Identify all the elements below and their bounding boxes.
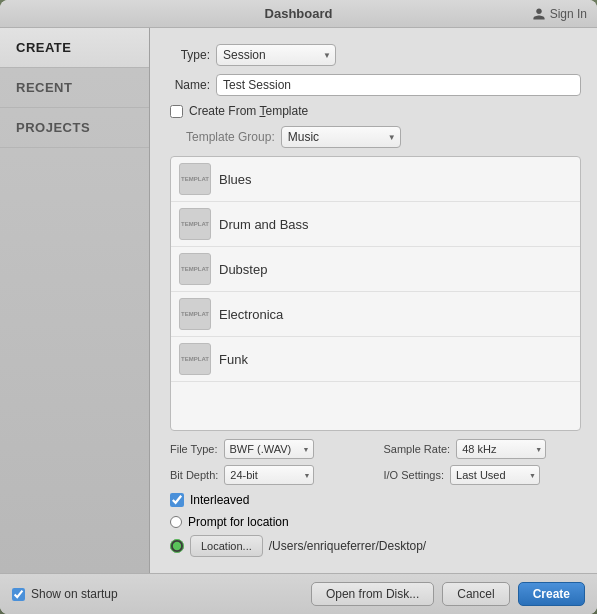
type-select-wrapper: Session Track Project: [216, 44, 336, 66]
file-type-select-wrapper: BWF (.WAV) AIFF WAV: [224, 439, 314, 459]
settings-grid: File Type: BWF (.WAV) AIFF WAV Sample Ra…: [166, 439, 581, 485]
bit-depth-select-wrapper: 16-bit 24-bit 32-bit: [224, 465, 314, 485]
file-type-label: File Type:: [170, 443, 218, 455]
sample-rate-label: Sample Rate:: [384, 443, 451, 455]
name-label: Name:: [166, 78, 210, 92]
window-title: Dashboard: [265, 6, 333, 21]
type-select[interactable]: Session Track Project: [216, 44, 336, 66]
interleaved-row: Interleaved: [166, 493, 581, 507]
name-input[interactable]: [216, 74, 581, 96]
list-item[interactable]: TEMPLAT Electronica: [171, 292, 580, 337]
file-type-row: File Type: BWF (.WAV) AIFF WAV: [170, 439, 368, 459]
prompt-location-row: Prompt for location: [170, 515, 581, 529]
template-icon-blues: TEMPLAT: [179, 163, 211, 195]
location-section: Prompt for location Location... /Users/e…: [166, 515, 581, 557]
interleaved-label: Interleaved: [190, 493, 249, 507]
create-from-template-checkbox[interactable]: [170, 105, 183, 118]
create-from-template-label: Create From Template: [189, 104, 308, 118]
bit-depth-row: Bit Depth: 16-bit 24-bit 32-bit: [170, 465, 368, 485]
prompt-location-label: Prompt for location: [188, 515, 289, 529]
location-radio[interactable]: [170, 539, 184, 553]
signin-button[interactable]: Sign In: [532, 7, 587, 21]
file-type-select[interactable]: BWF (.WAV) AIFF WAV: [224, 439, 314, 459]
type-row: Type: Session Track Project: [166, 44, 581, 66]
type-label: Type:: [166, 48, 210, 62]
template-group-row: Template Group: Music Film Post Producti…: [166, 126, 581, 148]
sidebar-item-projects[interactable]: PROJECTS: [0, 108, 149, 148]
location-button[interactable]: Location...: [190, 535, 263, 557]
io-settings-select[interactable]: Last Used Default: [450, 465, 540, 485]
io-settings-row: I/O Settings: Last Used Default: [384, 465, 582, 485]
main-window: Dashboard Sign In CREATE RECENT PROJECTS: [0, 0, 597, 614]
sidebar-item-recent[interactable]: RECENT: [0, 68, 149, 108]
template-name-dubstep: Dubstep: [219, 262, 267, 277]
bit-depth-label: Bit Depth:: [170, 469, 218, 481]
cancel-button[interactable]: Cancel: [442, 582, 509, 606]
prompt-location-radio[interactable]: [170, 516, 182, 528]
titlebar: Dashboard Sign In: [0, 0, 597, 28]
template-name-blues: Blues: [219, 172, 252, 187]
create-from-template-row: Create From Template: [166, 104, 581, 118]
footer-right: Open from Disk... Cancel Create: [311, 582, 585, 606]
template-group-label: Template Group:: [186, 130, 275, 144]
template-list: TEMPLAT Blues TEMPLAT Drum and Bass TEMP…: [170, 156, 581, 431]
list-item[interactable]: TEMPLAT Funk: [171, 337, 580, 382]
template-icon-funk: TEMPLAT: [179, 343, 211, 375]
sample-rate-select-wrapper: 44.1 kHz 48 kHz 88.2 kHz 96 kHz: [456, 439, 546, 459]
open-from-disk-button[interactable]: Open from Disk...: [311, 582, 434, 606]
user-icon: [532, 7, 546, 21]
sample-rate-select[interactable]: 44.1 kHz 48 kHz 88.2 kHz 96 kHz: [456, 439, 546, 459]
sample-rate-row: Sample Rate: 44.1 kHz 48 kHz 88.2 kHz 96…: [384, 439, 582, 459]
list-item[interactable]: TEMPLAT Drum and Bass: [171, 202, 580, 247]
sidebar-item-create[interactable]: CREATE: [0, 28, 149, 68]
template-group-select-wrapper: Music Film Post Production: [281, 126, 401, 148]
io-settings-select-wrapper: Last Used Default: [450, 465, 540, 485]
footer-left: Show on startup: [12, 587, 118, 601]
signin-label: Sign In: [550, 7, 587, 21]
create-button[interactable]: Create: [518, 582, 585, 606]
template-name-drumandbass: Drum and Bass: [219, 217, 309, 232]
template-group-select[interactable]: Music Film Post Production: [281, 126, 401, 148]
template-icon-electronica: TEMPLAT: [179, 298, 211, 330]
show-on-startup-label: Show on startup: [31, 587, 118, 601]
main-content: CREATE RECENT PROJECTS Type: Session Tra…: [0, 28, 597, 573]
list-item[interactable]: TEMPLAT Blues: [171, 157, 580, 202]
interleaved-checkbox[interactable]: [170, 493, 184, 507]
footer: Show on startup Open from Disk... Cancel…: [0, 573, 597, 614]
list-item[interactable]: TEMPLAT Dubstep: [171, 247, 580, 292]
template-name-electronica: Electronica: [219, 307, 283, 322]
location-row: Location... /Users/enriqueferrer/Desktop…: [170, 535, 581, 557]
show-on-startup-checkbox[interactable]: [12, 588, 25, 601]
location-path: /Users/enriqueferrer/Desktop/: [269, 539, 426, 553]
template-icon-drumandbass: TEMPLAT: [179, 208, 211, 240]
template-icon-dubstep: TEMPLAT: [179, 253, 211, 285]
io-settings-label: I/O Settings:: [384, 469, 445, 481]
template-name-funk: Funk: [219, 352, 248, 367]
content-area: Type: Session Track Project Name: Create…: [150, 28, 597, 573]
name-row: Name:: [166, 74, 581, 96]
bit-depth-select[interactable]: 16-bit 24-bit 32-bit: [224, 465, 314, 485]
sidebar: CREATE RECENT PROJECTS: [0, 28, 150, 573]
